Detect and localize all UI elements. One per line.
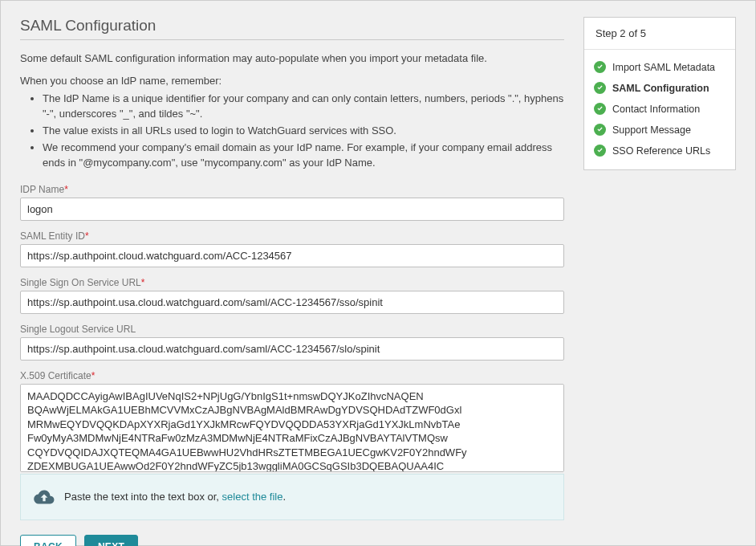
idp-name-input[interactable]	[20, 198, 564, 221]
wizard-step-label: SAML Configuration	[612, 83, 709, 94]
remember-heading: When you choose an IdP name, remember:	[20, 74, 564, 88]
check-icon	[594, 82, 606, 94]
upload-hint-text: Paste the text into the text box or,	[64, 491, 222, 503]
wizard-progress-card: Step 2 of 5 Import SAML MetadataSAML Con…	[583, 17, 736, 170]
back-button[interactable]: BACK	[20, 535, 76, 546]
intro-text: Some default SAML configuration informat…	[20, 51, 564, 66]
check-icon	[594, 103, 606, 115]
check-icon	[594, 124, 606, 136]
wizard-step[interactable]: Import SAML Metadata	[594, 61, 726, 73]
wizard-step-counter: Step 2 of 5	[584, 18, 735, 50]
sso-url-input[interactable]	[20, 291, 564, 314]
upload-hint: Paste the text into the text box or, sel…	[20, 474, 564, 520]
next-button[interactable]: NEXT	[84, 535, 138, 546]
wizard-step[interactable]: Support Message	[594, 124, 726, 136]
slo-url-input[interactable]	[20, 337, 564, 361]
check-icon	[594, 61, 606, 73]
entity-id-label: SAML Entity ID*	[20, 230, 564, 242]
idp-name-label: IDP Name*	[20, 184, 564, 195]
wizard-step[interactable]: SAML Configuration	[594, 82, 726, 94]
wizard-step-label: Import SAML Metadata	[612, 62, 715, 73]
cert-label: X.509 Certificate*	[20, 370, 564, 381]
select-file-link[interactable]: select the file	[222, 491, 283, 503]
wizard-step[interactable]: SSO Reference URLs	[594, 145, 726, 157]
entity-id-input[interactable]	[20, 244, 564, 267]
slo-url-label: Single Logout Service URL	[20, 324, 564, 335]
check-icon	[594, 145, 606, 157]
guidelines-list: The IdP Name is a unique identifier for …	[20, 92, 564, 172]
guideline-item: The IdP Name is a unique identifier for …	[43, 92, 564, 122]
page-title: SAML Configuration	[20, 17, 564, 40]
wizard-step[interactable]: Contact Information	[594, 103, 726, 115]
cert-textarea[interactable]	[20, 384, 564, 472]
sso-url-label: Single Sign On Service URL*	[20, 277, 564, 288]
cloud-upload-icon	[34, 489, 55, 505]
upload-hint-suffix: .	[282, 491, 286, 503]
wizard-step-label: Support Message	[612, 124, 691, 136]
wizard-step-label: Contact Information	[612, 104, 700, 115]
guideline-item: The value exists in all URLs used to log…	[43, 124, 564, 139]
wizard-step-label: SSO Reference URLs	[612, 145, 710, 157]
guideline-item: We recommend your company's email domain…	[43, 141, 564, 171]
